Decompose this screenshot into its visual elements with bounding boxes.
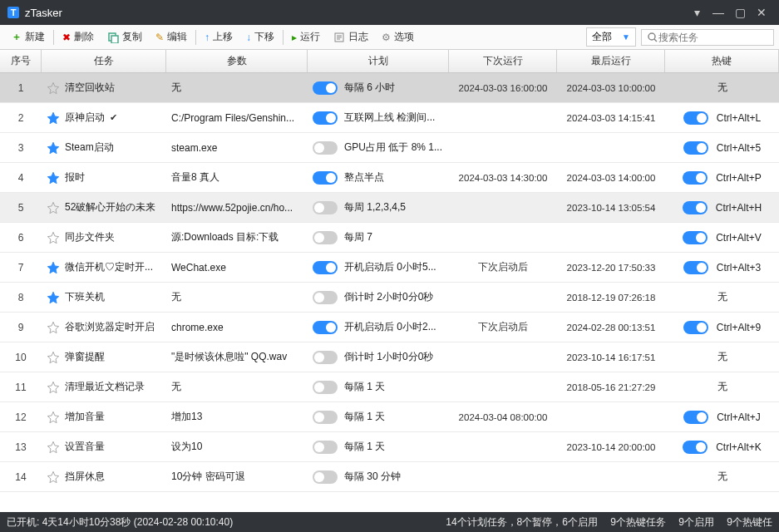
edit-button[interactable]: ✎编辑 <box>149 27 194 48</box>
plan-toggle[interactable] <box>313 111 338 125</box>
col-next-header[interactable]: 下次运行 <box>449 50 557 72</box>
hotkey-toggle[interactable] <box>683 411 708 424</box>
table-row[interactable]: 3 Steam启动 steam.exe GPU占用 低于 8% 1... Ctr… <box>0 133 779 163</box>
star-outline-icon[interactable] <box>47 381 60 394</box>
cell-task: 报时 <box>42 170 166 185</box>
star-outline-icon[interactable] <box>47 441 60 454</box>
plan-toggle[interactable] <box>313 351 338 364</box>
down-button[interactable]: ↓下移 <box>239 27 281 48</box>
star-filled-icon[interactable] <box>47 291 60 304</box>
plan-toggle[interactable] <box>313 321 338 334</box>
col-task-header[interactable]: 任务 <box>42 50 166 72</box>
delete-label: 删除 <box>74 30 94 44</box>
hotkey-toggle[interactable] <box>683 201 708 214</box>
delete-button[interactable]: ✖删除 <box>56 27 101 48</box>
plan-toggle[interactable] <box>313 441 338 454</box>
run-button[interactable]: ▸运行 <box>285 27 327 48</box>
star-filled-icon[interactable] <box>47 261 60 274</box>
filter-select[interactable]: 全部▼ <box>586 27 636 47</box>
table-row[interactable]: 10 弹窗提醒 "是时候该休息啦" QQ.wav 倒计时 1小时0分0秒 202… <box>0 342 779 372</box>
cell-plan: 倒计时 2小时0分0秒 <box>308 290 449 304</box>
table-row[interactable]: 4 报时 音量8 真人 整点半点 2024-03-03 14:30:00 202… <box>0 163 779 193</box>
star-outline-icon[interactable] <box>47 321 60 334</box>
table-row[interactable]: 14 挡屏休息 10分钟 密码可退 每隔 30 分钟 无 <box>0 462 779 492</box>
cell-hotkey: Ctrl+Alt+L <box>665 111 779 125</box>
star-filled-icon[interactable] <box>47 141 60 155</box>
copy-icon <box>107 32 119 43</box>
star-filled-icon[interactable] <box>47 111 60 125</box>
hotkey-toggle[interactable] <box>683 171 708 185</box>
table-row[interactable]: 1 清空回收站 无 每隔 6 小时 2024-03-03 16:00:00 20… <box>0 73 779 103</box>
dropdown-button[interactable]: ▾ <box>686 2 708 23</box>
log-button[interactable]: 日志 <box>327 27 375 48</box>
copy-button[interactable]: 复制 <box>101 27 149 48</box>
table-row[interactable]: 2 原神启动✔ C:/Program Files/Genshin... 互联网上… <box>0 103 779 133</box>
table-row[interactable]: 7 微信开机♡定时开... WeChat.exe 开机启动后 0小时5... 下… <box>0 253 779 283</box>
table-row[interactable]: 11 清理最近文档记录 无 每隔 1 天 2018-05-16 21:27:29… <box>0 372 779 402</box>
star-outline-icon[interactable] <box>47 231 60 244</box>
hotkey-toggle[interactable] <box>683 321 708 334</box>
hotkey-text: 无 <box>710 290 735 304</box>
col-num-header[interactable]: 序号 <box>0 50 42 72</box>
hotkey-text: 无 <box>710 470 735 484</box>
plan-toggle[interactable] <box>313 381 338 394</box>
up-button[interactable]: ↑上移 <box>198 27 239 48</box>
task-name: 清空回收站 <box>65 81 115 95</box>
table-row[interactable]: 5 52破解心开始の未来 https://www.52pojie.cn/ho..… <box>0 193 779 223</box>
plan-toggle[interactable] <box>313 171 338 185</box>
plan-toggle[interactable] <box>313 231 338 244</box>
star-outline-icon[interactable] <box>47 470 60 484</box>
table-row[interactable]: 8 下班关机 无 倒计时 2小时0分0秒 2018-12-19 07:26:18… <box>0 283 779 313</box>
hotkey-toggle[interactable] <box>683 111 708 125</box>
plan-toggle[interactable] <box>313 411 338 424</box>
table-row[interactable]: 13 设置音量 设为10 每隔 1 天 2023-10-14 20:00:00 … <box>0 432 779 462</box>
star-filled-icon[interactable] <box>47 171 60 185</box>
plan-toggle[interactable] <box>313 291 338 304</box>
plan-toggle[interactable] <box>313 201 338 214</box>
hotkey-toggle[interactable] <box>683 261 708 274</box>
col-hotkey-header[interactable]: 热键 <box>665 50 779 72</box>
star-outline-icon[interactable] <box>47 81 60 95</box>
table-row[interactable]: 6 同步文件夹 源:Downloads 目标:下载 每周 7 Ctrl+Alt+… <box>0 223 779 253</box>
cell-param: C:/Program Files/Genshin... <box>166 112 308 124</box>
plan-toggle[interactable] <box>313 470 338 484</box>
star-outline-icon[interactable] <box>47 411 60 424</box>
cell-plan: 倒计时 1小时0分0秒 <box>308 350 449 364</box>
hotkey-toggle[interactable] <box>683 231 708 244</box>
cell-next: 2024-03-03 16:00:00 <box>449 83 557 93</box>
maximize-button[interactable]: ▢ <box>729 2 751 23</box>
svg-line-9 <box>654 39 657 42</box>
star-outline-icon[interactable] <box>47 201 60 214</box>
task-name: 清理最近文档记录 <box>65 380 145 394</box>
cell-num: 8 <box>0 292 42 303</box>
cell-param: 设为10 <box>166 440 308 454</box>
task-name: 报时 <box>65 170 85 185</box>
cell-num: 7 <box>0 262 42 273</box>
hotkey-toggle[interactable] <box>683 141 708 155</box>
cell-hotkey: Ctrl+Alt+J <box>665 411 779 424</box>
check-icon: ✔ <box>110 112 117 123</box>
search-input[interactable] <box>658 32 767 43</box>
plan-toggle[interactable] <box>313 261 338 274</box>
cell-last: 2024-03-03 14:00:00 <box>557 173 665 183</box>
search-box[interactable] <box>641 29 774 46</box>
table-row[interactable]: 9 谷歌浏览器定时开启 chrome.exe 开机启动后 0小时2... 下次启… <box>0 313 779 342</box>
cell-task: 清理最近文档记录 <box>42 380 166 394</box>
minimize-button[interactable]: — <box>708 2 729 23</box>
close-button[interactable]: ✕ <box>751 2 772 23</box>
cell-hotkey: Ctrl+Alt+H <box>665 201 779 214</box>
star-outline-icon[interactable] <box>47 351 60 364</box>
cell-plan: 每隔 6 小时 <box>308 81 449 95</box>
hotkey-toggle[interactable] <box>683 441 708 454</box>
col-last-header[interactable]: 最后运行 <box>557 50 665 72</box>
table-row[interactable]: 12 增加音量 增加13 每隔 1 天 2024-03-04 08:00:00 … <box>0 402 779 432</box>
new-button[interactable]: ＋新建 <box>5 27 52 48</box>
cell-plan: 每隔 30 分钟 <box>308 470 449 484</box>
cell-hotkey: 无 <box>665 470 779 484</box>
plan-toggle[interactable] <box>313 141 338 155</box>
options-button[interactable]: ⚙选项 <box>375 27 421 48</box>
plan-toggle[interactable] <box>313 81 338 95</box>
hotkey-text: 无 <box>710 380 735 394</box>
col-param-header[interactable]: 参数 <box>166 50 308 72</box>
col-plan-header[interactable]: 计划 <box>308 50 449 72</box>
